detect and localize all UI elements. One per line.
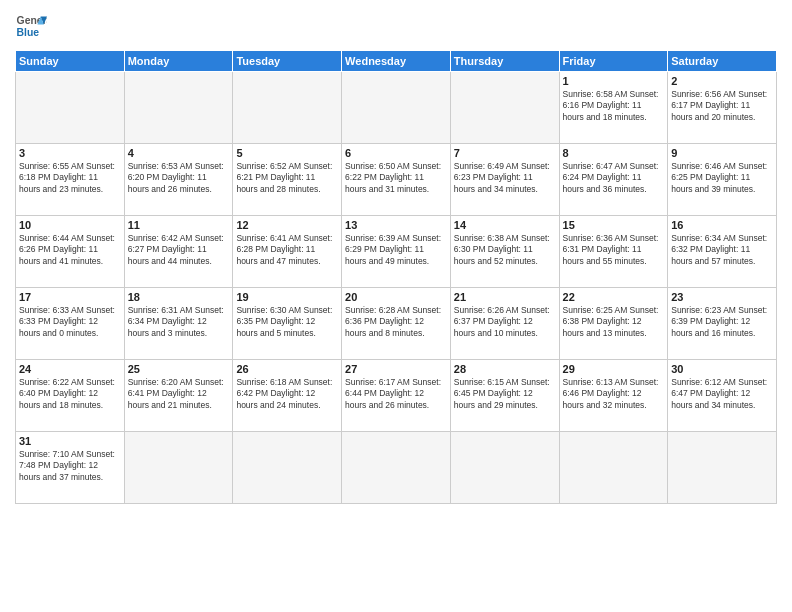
day-number: 24 bbox=[19, 363, 121, 375]
day-info: Sunrise: 6:41 AM Sunset: 6:28 PM Dayligh… bbox=[236, 233, 338, 267]
calendar-cell: 3Sunrise: 6:55 AM Sunset: 6:18 PM Daylig… bbox=[16, 144, 125, 216]
calendar-cell: 24Sunrise: 6:22 AM Sunset: 6:40 PM Dayli… bbox=[16, 360, 125, 432]
day-number: 22 bbox=[563, 291, 665, 303]
day-number: 31 bbox=[19, 435, 121, 447]
day-number: 1 bbox=[563, 75, 665, 87]
calendar-cell bbox=[233, 72, 342, 144]
calendar-cell: 7Sunrise: 6:49 AM Sunset: 6:23 PM Daylig… bbox=[450, 144, 559, 216]
header: General Blue bbox=[15, 10, 777, 42]
day-number: 19 bbox=[236, 291, 338, 303]
day-info: Sunrise: 6:33 AM Sunset: 6:33 PM Dayligh… bbox=[19, 305, 121, 339]
calendar-cell: 15Sunrise: 6:36 AM Sunset: 6:31 PM Dayli… bbox=[559, 216, 668, 288]
weekday-header-monday: Monday bbox=[124, 51, 233, 72]
day-info: Sunrise: 6:47 AM Sunset: 6:24 PM Dayligh… bbox=[563, 161, 665, 195]
day-info: Sunrise: 6:42 AM Sunset: 6:27 PM Dayligh… bbox=[128, 233, 230, 267]
weekday-header-tuesday: Tuesday bbox=[233, 51, 342, 72]
calendar-cell bbox=[16, 72, 125, 144]
calendar-cell: 5Sunrise: 6:52 AM Sunset: 6:21 PM Daylig… bbox=[233, 144, 342, 216]
calendar-cell: 28Sunrise: 6:15 AM Sunset: 6:45 PM Dayli… bbox=[450, 360, 559, 432]
calendar-week-1: 1Sunrise: 6:58 AM Sunset: 6:16 PM Daylig… bbox=[16, 72, 777, 144]
day-info: Sunrise: 6:53 AM Sunset: 6:20 PM Dayligh… bbox=[128, 161, 230, 195]
weekday-header-sunday: Sunday bbox=[16, 51, 125, 72]
calendar-cell: 29Sunrise: 6:13 AM Sunset: 6:46 PM Dayli… bbox=[559, 360, 668, 432]
day-number: 20 bbox=[345, 291, 447, 303]
calendar-cell: 23Sunrise: 6:23 AM Sunset: 6:39 PM Dayli… bbox=[668, 288, 777, 360]
day-number: 6 bbox=[345, 147, 447, 159]
calendar-cell: 10Sunrise: 6:44 AM Sunset: 6:26 PM Dayli… bbox=[16, 216, 125, 288]
day-info: Sunrise: 6:34 AM Sunset: 6:32 PM Dayligh… bbox=[671, 233, 773, 267]
day-info: Sunrise: 6:30 AM Sunset: 6:35 PM Dayligh… bbox=[236, 305, 338, 339]
day-number: 16 bbox=[671, 219, 773, 231]
day-number: 17 bbox=[19, 291, 121, 303]
day-number: 2 bbox=[671, 75, 773, 87]
calendar-cell: 22Sunrise: 6:25 AM Sunset: 6:38 PM Dayli… bbox=[559, 288, 668, 360]
calendar-cell bbox=[233, 432, 342, 504]
day-info: Sunrise: 6:25 AM Sunset: 6:38 PM Dayligh… bbox=[563, 305, 665, 339]
day-info: Sunrise: 6:22 AM Sunset: 6:40 PM Dayligh… bbox=[19, 377, 121, 411]
page: General Blue SundayMondayTuesdayWednesda… bbox=[0, 0, 792, 612]
calendar-cell: 8Sunrise: 6:47 AM Sunset: 6:24 PM Daylig… bbox=[559, 144, 668, 216]
calendar-week-3: 10Sunrise: 6:44 AM Sunset: 6:26 PM Dayli… bbox=[16, 216, 777, 288]
calendar-cell: 27Sunrise: 6:17 AM Sunset: 6:44 PM Dayli… bbox=[342, 360, 451, 432]
day-number: 4 bbox=[128, 147, 230, 159]
day-info: Sunrise: 6:52 AM Sunset: 6:21 PM Dayligh… bbox=[236, 161, 338, 195]
calendar-table: SundayMondayTuesdayWednesdayThursdayFrid… bbox=[15, 50, 777, 504]
day-number: 26 bbox=[236, 363, 338, 375]
calendar-cell bbox=[124, 72, 233, 144]
day-info: Sunrise: 6:38 AM Sunset: 6:30 PM Dayligh… bbox=[454, 233, 556, 267]
calendar-cell: 19Sunrise: 6:30 AM Sunset: 6:35 PM Dayli… bbox=[233, 288, 342, 360]
day-info: Sunrise: 6:17 AM Sunset: 6:44 PM Dayligh… bbox=[345, 377, 447, 411]
day-number: 29 bbox=[563, 363, 665, 375]
day-number: 30 bbox=[671, 363, 773, 375]
calendar-cell bbox=[450, 72, 559, 144]
day-number: 21 bbox=[454, 291, 556, 303]
day-info: Sunrise: 6:50 AM Sunset: 6:22 PM Dayligh… bbox=[345, 161, 447, 195]
day-info: Sunrise: 6:49 AM Sunset: 6:23 PM Dayligh… bbox=[454, 161, 556, 195]
calendar-cell: 1Sunrise: 6:58 AM Sunset: 6:16 PM Daylig… bbox=[559, 72, 668, 144]
day-number: 18 bbox=[128, 291, 230, 303]
calendar-cell bbox=[124, 432, 233, 504]
calendar-cell: 17Sunrise: 6:33 AM Sunset: 6:33 PM Dayli… bbox=[16, 288, 125, 360]
logo-icon: General Blue bbox=[15, 10, 47, 42]
weekday-header-friday: Friday bbox=[559, 51, 668, 72]
calendar-cell bbox=[668, 432, 777, 504]
day-info: Sunrise: 6:20 AM Sunset: 6:41 PM Dayligh… bbox=[128, 377, 230, 411]
calendar-cell: 14Sunrise: 6:38 AM Sunset: 6:30 PM Dayli… bbox=[450, 216, 559, 288]
calendar-cell bbox=[450, 432, 559, 504]
logo: General Blue bbox=[15, 10, 47, 42]
day-info: Sunrise: 7:10 AM Sunset: 7:48 PM Dayligh… bbox=[19, 449, 121, 483]
day-info: Sunrise: 6:44 AM Sunset: 6:26 PM Dayligh… bbox=[19, 233, 121, 267]
calendar-cell: 6Sunrise: 6:50 AM Sunset: 6:22 PM Daylig… bbox=[342, 144, 451, 216]
day-number: 27 bbox=[345, 363, 447, 375]
day-info: Sunrise: 6:31 AM Sunset: 6:34 PM Dayligh… bbox=[128, 305, 230, 339]
day-number: 14 bbox=[454, 219, 556, 231]
day-number: 25 bbox=[128, 363, 230, 375]
svg-text:Blue: Blue bbox=[17, 27, 40, 38]
calendar-cell: 9Sunrise: 6:46 AM Sunset: 6:25 PM Daylig… bbox=[668, 144, 777, 216]
day-number: 10 bbox=[19, 219, 121, 231]
calendar-cell: 21Sunrise: 6:26 AM Sunset: 6:37 PM Dayli… bbox=[450, 288, 559, 360]
calendar-cell bbox=[342, 432, 451, 504]
calendar-cell: 13Sunrise: 6:39 AM Sunset: 6:29 PM Dayli… bbox=[342, 216, 451, 288]
day-number: 7 bbox=[454, 147, 556, 159]
day-info: Sunrise: 6:12 AM Sunset: 6:47 PM Dayligh… bbox=[671, 377, 773, 411]
calendar-cell: 12Sunrise: 6:41 AM Sunset: 6:28 PM Dayli… bbox=[233, 216, 342, 288]
day-info: Sunrise: 6:18 AM Sunset: 6:42 PM Dayligh… bbox=[236, 377, 338, 411]
calendar-cell: 26Sunrise: 6:18 AM Sunset: 6:42 PM Dayli… bbox=[233, 360, 342, 432]
day-info: Sunrise: 6:23 AM Sunset: 6:39 PM Dayligh… bbox=[671, 305, 773, 339]
calendar-cell: 25Sunrise: 6:20 AM Sunset: 6:41 PM Dayli… bbox=[124, 360, 233, 432]
calendar-cell: 18Sunrise: 6:31 AM Sunset: 6:34 PM Dayli… bbox=[124, 288, 233, 360]
calendar-cell: 11Sunrise: 6:42 AM Sunset: 6:27 PM Dayli… bbox=[124, 216, 233, 288]
calendar-cell: 16Sunrise: 6:34 AM Sunset: 6:32 PM Dayli… bbox=[668, 216, 777, 288]
day-info: Sunrise: 6:15 AM Sunset: 6:45 PM Dayligh… bbox=[454, 377, 556, 411]
calendar-cell bbox=[559, 432, 668, 504]
day-number: 5 bbox=[236, 147, 338, 159]
day-info: Sunrise: 6:58 AM Sunset: 6:16 PM Dayligh… bbox=[563, 89, 665, 123]
calendar-week-2: 3Sunrise: 6:55 AM Sunset: 6:18 PM Daylig… bbox=[16, 144, 777, 216]
calendar-cell: 2Sunrise: 6:56 AM Sunset: 6:17 PM Daylig… bbox=[668, 72, 777, 144]
calendar-week-5: 24Sunrise: 6:22 AM Sunset: 6:40 PM Dayli… bbox=[16, 360, 777, 432]
day-info: Sunrise: 6:55 AM Sunset: 6:18 PM Dayligh… bbox=[19, 161, 121, 195]
weekday-header-row: SundayMondayTuesdayWednesdayThursdayFrid… bbox=[16, 51, 777, 72]
day-number: 15 bbox=[563, 219, 665, 231]
day-info: Sunrise: 6:36 AM Sunset: 6:31 PM Dayligh… bbox=[563, 233, 665, 267]
